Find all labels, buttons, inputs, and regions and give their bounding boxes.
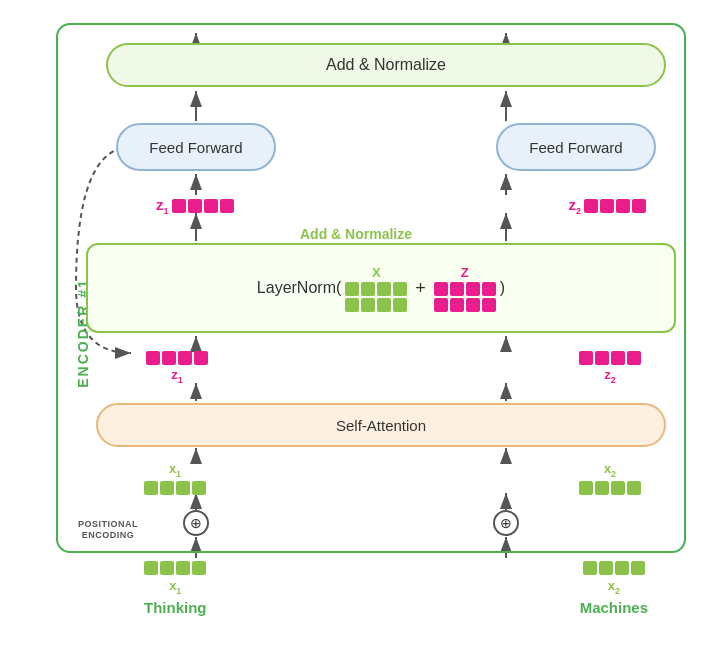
x1-bottom-section: x1 Thinking bbox=[144, 561, 207, 616]
pink-block bbox=[466, 298, 480, 312]
green-block bbox=[192, 481, 206, 495]
x2-green-blocks bbox=[579, 481, 641, 495]
pink-block bbox=[632, 199, 646, 213]
z-pink-blocks bbox=[434, 282, 496, 312]
add-normalize-top: Add & Normalize bbox=[106, 43, 666, 87]
pink-block bbox=[595, 351, 609, 365]
self-attention-box: Self-Attention bbox=[96, 403, 666, 447]
green-block bbox=[393, 298, 407, 312]
green-block bbox=[144, 561, 158, 575]
z1-label-top: z1 bbox=[156, 196, 169, 216]
x2-subscript: x2 bbox=[608, 578, 620, 596]
x1-subscript: x1 bbox=[169, 578, 181, 596]
x1-green-blocks bbox=[144, 481, 206, 495]
z-variable-label: Z bbox=[461, 265, 469, 280]
diagram-container: ⊕ ⊕ ENCODER #1 Add & Normalize Feed Forw… bbox=[16, 13, 696, 653]
pink-block bbox=[434, 298, 448, 312]
pink-block bbox=[204, 199, 218, 213]
pink-block bbox=[584, 199, 598, 213]
add-normalize-middle-label: Add & Normalize bbox=[300, 226, 412, 242]
pink-block bbox=[450, 282, 464, 296]
green-block bbox=[377, 298, 391, 312]
add-normalize-top-label: Add & Normalize bbox=[326, 56, 446, 74]
pink-block bbox=[450, 298, 464, 312]
green-block bbox=[631, 561, 645, 575]
word1-label: Thinking bbox=[144, 599, 207, 616]
green-block bbox=[192, 561, 206, 575]
green-block bbox=[361, 298, 375, 312]
layernorm-text: LayerNorm( bbox=[257, 279, 341, 297]
pink-block bbox=[178, 351, 192, 365]
green-block bbox=[579, 481, 593, 495]
z1-section-top: z1 bbox=[156, 196, 234, 216]
x2-input-label: x2 bbox=[604, 461, 616, 479]
x2-input-section: x2 bbox=[579, 461, 641, 495]
feed-forward-right: Feed Forward bbox=[496, 123, 656, 171]
z1-mid-pink-blocks bbox=[146, 351, 208, 365]
pink-block bbox=[611, 351, 625, 365]
green-block bbox=[595, 481, 609, 495]
green-block bbox=[583, 561, 597, 575]
x2-bottom-blocks bbox=[583, 561, 645, 575]
green-block bbox=[599, 561, 613, 575]
feed-forward-right-label: Feed Forward bbox=[529, 139, 622, 156]
green-block bbox=[176, 481, 190, 495]
word2-label: Machines bbox=[580, 599, 648, 616]
pink-block bbox=[162, 351, 176, 365]
green-block bbox=[345, 282, 359, 296]
z2-pink-blocks-top bbox=[584, 199, 646, 213]
x-variable-label: X bbox=[372, 265, 381, 280]
green-block bbox=[393, 282, 407, 296]
green-block bbox=[377, 282, 391, 296]
z1-mid-label: z1 bbox=[171, 367, 183, 385]
layernorm-box: LayerNorm( X + Z bbox=[86, 243, 676, 333]
x1-bottom-blocks bbox=[144, 561, 206, 575]
green-block bbox=[611, 481, 625, 495]
x1-input-label: x1 bbox=[169, 461, 181, 479]
pink-block bbox=[616, 199, 630, 213]
green-block bbox=[361, 282, 375, 296]
green-block bbox=[615, 561, 629, 575]
feed-forward-left: Feed Forward bbox=[116, 123, 276, 171]
layernorm-close: ) bbox=[500, 279, 505, 297]
pink-block bbox=[220, 199, 234, 213]
green-block bbox=[627, 481, 641, 495]
green-block bbox=[160, 561, 174, 575]
green-block bbox=[345, 298, 359, 312]
pink-block bbox=[434, 282, 448, 296]
z1-mid-section: z1 bbox=[146, 351, 208, 385]
z2-mid-pink-blocks bbox=[579, 351, 641, 365]
x-green-blocks bbox=[345, 282, 407, 312]
plus-sign: + bbox=[415, 278, 426, 299]
self-attention-label: Self-Attention bbox=[336, 417, 426, 434]
pink-block bbox=[146, 351, 160, 365]
x2-bottom-section: x2 Machines bbox=[580, 561, 648, 616]
pink-block bbox=[466, 282, 480, 296]
green-block bbox=[160, 481, 174, 495]
pink-block bbox=[482, 298, 496, 312]
green-block bbox=[144, 481, 158, 495]
pink-block bbox=[188, 199, 202, 213]
z2-mid-label: z2 bbox=[604, 367, 616, 385]
feed-forward-left-label: Feed Forward bbox=[149, 139, 242, 156]
layernorm-content: LayerNorm( X + Z bbox=[257, 265, 505, 312]
positional-encoding-label: POSITIONALENCODING bbox=[78, 519, 138, 541]
pink-block bbox=[172, 199, 186, 213]
z2-mid-section: z2 bbox=[579, 351, 641, 385]
z2-section-top: z2 bbox=[568, 196, 646, 216]
x1-input-section: x1 bbox=[144, 461, 206, 495]
z1-pink-blocks-top bbox=[172, 199, 234, 213]
pink-block bbox=[194, 351, 208, 365]
pink-block bbox=[482, 282, 496, 296]
green-block bbox=[176, 561, 190, 575]
z2-label-top: z2 bbox=[568, 196, 581, 216]
pink-block bbox=[627, 351, 641, 365]
pink-block bbox=[579, 351, 593, 365]
pink-block bbox=[600, 199, 614, 213]
